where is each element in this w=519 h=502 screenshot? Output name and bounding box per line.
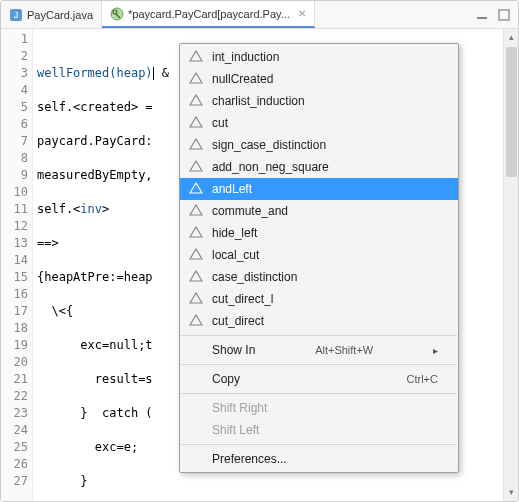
line-number: 23 [1,405,28,422]
menu-label: charlist_induction [212,94,305,108]
menu-separator [181,335,457,336]
menu-item-preferences[interactable]: Preferences... [180,448,458,470]
menu-item-hide-left[interactable]: hide_left [180,222,458,244]
blank-icon [188,451,204,467]
svg-marker-17 [190,271,202,281]
menu-item-show-in[interactable]: Show InAlt+Shift+W▸ [180,339,458,361]
menu-label: andLeft [212,182,252,196]
tab-bar: J PayCard.java *paycard.PayCard[paycard.… [1,1,518,29]
line-gutter: 1 2 3 4 5 6 7 8 9 10 11 12 13 14 15 16 1… [1,29,33,501]
svg-marker-19 [190,315,202,325]
minimize-icon[interactable] [474,7,490,23]
rule-icon [188,247,204,263]
menu-item-commute-and[interactable]: commute_and [180,200,458,222]
line-number: 12 [1,218,28,235]
rule-icon [188,49,204,65]
rule-icon [188,291,204,307]
line-number: 22 [1,388,28,405]
menu-separator [181,364,457,365]
line-number: 8 [1,150,28,167]
tab-paycard-java[interactable]: J PayCard.java [1,1,102,28]
svg-marker-9 [190,95,202,105]
line-number: 26 [1,456,28,473]
line-number: 13 [1,235,28,252]
line-number: 24 [1,422,28,439]
menu-item-add-non-neg-square[interactable]: add_non_neg_square [180,156,458,178]
line-number: 5 [1,99,28,116]
rule-icon [188,203,204,219]
menu-label: hide_left [212,226,257,240]
tab-paycard-proof[interactable]: *paycard.PayCard[paycard.Pay... ✕ [102,1,315,28]
menu-item-case-distinction[interactable]: case_distinction [180,266,458,288]
menu-item-copy[interactable]: CopyCtrl+C [180,368,458,390]
line-number: 9 [1,167,28,184]
rule-icon [188,93,204,109]
menu-item-charlist-induction[interactable]: charlist_induction [180,90,458,112]
rule-icon [188,159,204,175]
line-number: 4 [1,82,28,99]
menu-label: Shift Right [212,401,267,415]
line-number: 11 [1,201,28,218]
svg-marker-14 [190,205,202,215]
line-number: 2 [1,48,28,65]
line-number: 14 [1,252,28,269]
line-number: 27 [1,473,28,490]
svg-text:J: J [14,10,19,20]
blank-icon [188,371,204,387]
menu-shortcut: Alt+Shift+W [315,344,373,356]
tab-label: PayCard.java [27,9,93,21]
menu-label: Shift Left [212,423,259,437]
menu-label: cut_direct [212,314,264,328]
rule-icon [188,115,204,131]
code-text: > [102,202,109,216]
menu-label: case_distinction [212,270,297,284]
code-text: self.< [37,202,80,216]
svg-marker-13 [190,183,202,193]
line-number: 21 [1,371,28,388]
menu-item-cut-direct[interactable]: cut_direct [180,310,458,332]
svg-point-2 [111,8,123,20]
menu-item-shift-left: Shift Left [180,419,458,441]
menu-item-andleft[interactable]: andLeft [180,178,458,200]
scroll-thumb[interactable] [506,47,517,177]
vertical-scrollbar[interactable]: ▴ ▾ [503,29,518,501]
menu-label: Copy [212,372,240,386]
menu-item-cut[interactable]: cut [180,112,458,134]
menu-item-sign-case-distinction[interactable]: sign_case_distinction [180,134,458,156]
menu-item-cut-direct-l[interactable]: cut_direct_l [180,288,458,310]
rule-icon [188,313,204,329]
menu-separator [181,393,457,394]
svg-marker-10 [190,117,202,127]
menu-item-nullcreated[interactable]: nullCreated [180,68,458,90]
svg-rect-5 [477,17,487,19]
svg-marker-11 [190,139,202,149]
menu-label: cut_direct_l [212,292,273,306]
line-number: 16 [1,286,28,303]
code-text: } [37,473,499,490]
scroll-down-icon[interactable]: ▾ [507,488,516,497]
close-icon[interactable]: ✕ [298,8,306,19]
tab-label: *paycard.PayCard[paycard.Pay... [128,8,290,20]
line-number: 19 [1,337,28,354]
maximize-icon[interactable] [496,7,512,23]
menu-item-shift-right: Shift Right [180,397,458,419]
menu-label: commute_and [212,204,288,218]
blank-icon [188,342,204,358]
scroll-up-icon[interactable]: ▴ [507,33,516,42]
blank-icon [188,422,204,438]
submenu-arrow-icon: ▸ [433,345,438,356]
menu-item-int-induction[interactable]: int_induction [180,46,458,68]
line-number: 1 [1,31,28,48]
rule-icon [188,225,204,241]
menu-label: add_non_neg_square [212,160,329,174]
menu-label: sign_case_distinction [212,138,326,152]
menu-label: Preferences... [212,452,287,466]
svg-marker-18 [190,293,202,303]
code-text: inv [80,202,102,216]
line-number: 17 [1,303,28,320]
rule-icon [188,269,204,285]
line-number: 10 [1,184,28,201]
rule-icon [188,137,204,153]
menu-item-local-cut[interactable]: local_cut [180,244,458,266]
java-file-icon: J [9,8,23,22]
